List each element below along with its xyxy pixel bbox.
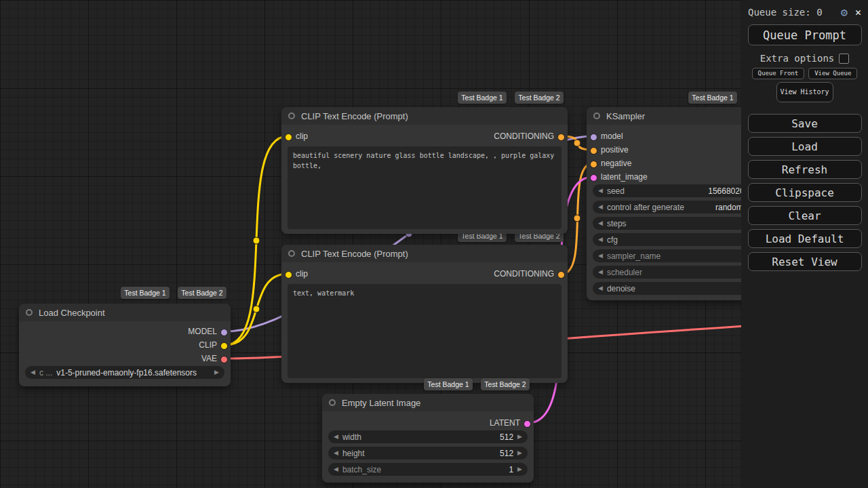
- slot-label: LATENT: [490, 418, 520, 428]
- widget-label: denoise: [607, 284, 635, 293]
- load-default-button[interactable]: Load Default: [748, 229, 862, 248]
- node-titlebar[interactable]: CLIP Text Encode (Prompt): [281, 245, 568, 262]
- widget-label: sampler_name: [607, 251, 660, 261]
- slot-label: VAE: [201, 354, 217, 363]
- collapse-toggle-icon[interactable]: [593, 113, 600, 119]
- ckpt-name-combo-widget[interactable]: ◀ c ... v1-5-pruned-emaonly-fp16.safeten…: [25, 366, 224, 379]
- conditioning-output-port[interactable]: [557, 271, 565, 279]
- increment-arrow-icon[interactable]: ▶: [517, 450, 522, 456]
- node-clip-text-encode-positive[interactable]: CLIP Text Encode (Prompt) clip CONDITION…: [281, 107, 568, 234]
- node-badge: Test Badge 2: [515, 92, 564, 104]
- node-empty-latent-image[interactable]: Empty Latent Image LATENT ◀ width 512 ▶ …: [322, 394, 534, 483]
- control-after-generate-widget[interactable]: ◀ control after generate randomize: [593, 201, 759, 214]
- widget-label: batch_size: [342, 465, 381, 474]
- prompt-textarea[interactable]: text, watermark: [288, 284, 561, 378]
- prev-value-arrow-icon[interactable]: ◀: [598, 253, 603, 259]
- collapse-toggle-icon[interactable]: [26, 309, 33, 316]
- prev-value-arrow-icon[interactable]: ◀: [598, 237, 603, 243]
- prev-value-arrow-icon[interactable]: ◀: [598, 220, 603, 226]
- prev-value-arrow-icon[interactable]: ◀: [598, 204, 603, 210]
- extra-options-checkbox[interactable]: [839, 54, 849, 64]
- menu-header: Queue size: 0 ⚙ ✕: [741, 0, 868, 19]
- slot-label: MODEL: [188, 327, 217, 336]
- node-badge: Test Badge 2: [178, 287, 226, 299]
- decrement-arrow-icon[interactable]: ◀: [334, 434, 338, 440]
- save-button[interactable]: Save: [748, 114, 862, 133]
- increment-arrow-icon[interactable]: ▶: [517, 434, 522, 440]
- height-widget[interactable]: ◀ height 512 ▶: [328, 447, 528, 460]
- output-slot-conditioning: CONDITIONING: [281, 267, 568, 281]
- widget-label: c ...: [39, 368, 52, 378]
- node-title: CLIP Text Encode (Prompt): [301, 111, 408, 121]
- negative-input-port[interactable]: [590, 161, 597, 168]
- clip-output-port[interactable]: [220, 342, 228, 350]
- node-titlebar[interactable]: Load Checkpoint: [19, 304, 231, 321]
- seed-widget[interactable]: ◀ seed 1566802087: [593, 184, 759, 197]
- slot-label: negative: [601, 159, 631, 168]
- increment-arrow-icon[interactable]: ▶: [517, 466, 522, 472]
- node-titlebar[interactable]: Empty Latent Image: [322, 394, 534, 411]
- node-badge: Test Badge 1: [121, 287, 170, 299]
- collapse-toggle-icon[interactable]: [288, 250, 295, 257]
- queue-prompt-button[interactable]: Queue Prompt: [748, 24, 862, 45]
- node-badge: Test Badge 1: [458, 92, 507, 104]
- slot-label: model: [601, 131, 623, 141]
- comfy-menu-panel: Queue size: 0 ⚙ ✕ Queue Prompt Extra opt…: [741, 0, 868, 488]
- prev-value-arrow-icon[interactable]: ◀: [598, 285, 603, 291]
- collapse-toggle-icon[interactable]: [288, 113, 295, 119]
- slot-label: CLIP: [199, 340, 217, 350]
- next-value-arrow-icon[interactable]: ▶: [214, 369, 219, 375]
- node-title: KSampler: [606, 111, 645, 121]
- input-slot-negative: negative: [587, 157, 765, 170]
- node-titlebar[interactable]: CLIP Text Encode (Prompt): [281, 107, 568, 125]
- node-badge: Test Badge 2: [481, 378, 530, 390]
- output-slot-latent: LATENT: [322, 416, 534, 430]
- output-slot-vae: VAE: [19, 352, 231, 365]
- reset-view-button[interactable]: Reset View: [748, 252, 862, 271]
- prompt-textarea[interactable]: beautiful scenery nature glass bottle la…: [288, 146, 561, 229]
- clipspace-button[interactable]: Clipspace: [748, 183, 862, 202]
- cfg-widget[interactable]: ◀ cfg: [593, 233, 759, 246]
- widget-label: height: [342, 449, 365, 458]
- slot-label: CONDITIONING: [494, 131, 554, 141]
- prev-value-arrow-icon[interactable]: ◀: [598, 269, 603, 275]
- widget-value: v1-5-pruned-emaonly-fp16.safetensors: [56, 368, 197, 378]
- vae-output-port[interactable]: [220, 356, 228, 363]
- extra-options-row: Extra options: [741, 53, 868, 64]
- latent-image-input-port[interactable]: [590, 174, 597, 182]
- node-clip-text-encode-negative[interactable]: CLIP Text Encode (Prompt) clip CONDITION…: [281, 245, 568, 383]
- sampler-name-widget[interactable]: ◀ sampler_name: [593, 249, 759, 262]
- denoise-widget[interactable]: ◀ denoise: [593, 282, 759, 295]
- batch-size-widget[interactable]: ◀ batch_size 1 ▶: [328, 463, 528, 476]
- settings-gear-icon[interactable]: ⚙: [841, 5, 848, 19]
- width-widget[interactable]: ◀ width 512 ▶: [328, 430, 528, 443]
- node-badge: Test Badge 1: [424, 378, 473, 390]
- refresh-button[interactable]: Refresh: [748, 160, 862, 179]
- queue-front-button[interactable]: Queue Front: [752, 68, 805, 79]
- widget-label: width: [342, 432, 361, 442]
- collapse-toggle-icon[interactable]: [329, 399, 336, 406]
- model-output-port[interactable]: [220, 329, 228, 336]
- latent-output-port[interactable]: [524, 420, 531, 428]
- node-load-checkpoint[interactable]: Load Checkpoint MODEL CLIP VAE ◀ c ... v…: [19, 304, 231, 386]
- conditioning-output-port[interactable]: [557, 134, 565, 141]
- model-input-port[interactable]: [590, 134, 597, 141]
- decrement-arrow-icon[interactable]: ◀: [334, 466, 338, 472]
- view-queue-button[interactable]: View Queue: [808, 68, 857, 79]
- clear-button[interactable]: Clear: [748, 206, 862, 225]
- node-ksampler[interactable]: KSampler model positive negative latent_…: [587, 107, 765, 300]
- node-titlebar[interactable]: KSampler: [587, 107, 765, 125]
- load-button[interactable]: Load: [748, 137, 862, 156]
- node-badge: Test Badge 1: [688, 92, 737, 104]
- prev-value-arrow-icon[interactable]: ◀: [598, 188, 603, 194]
- widget-label: seed: [607, 186, 625, 196]
- view-history-button[interactable]: View History: [776, 82, 833, 102]
- positive-input-port[interactable]: [590, 147, 597, 155]
- decrement-arrow-icon[interactable]: ◀: [334, 450, 338, 456]
- queue-actions-row: Queue Front View Queue: [741, 68, 868, 79]
- scheduler-widget[interactable]: ◀ scheduler: [593, 266, 759, 279]
- steps-widget[interactable]: ◀ steps: [593, 217, 759, 230]
- prev-value-arrow-icon[interactable]: ◀: [31, 369, 35, 375]
- close-menu-icon[interactable]: ✕: [855, 6, 861, 18]
- output-slot-conditioning: CONDITIONING: [281, 129, 568, 143]
